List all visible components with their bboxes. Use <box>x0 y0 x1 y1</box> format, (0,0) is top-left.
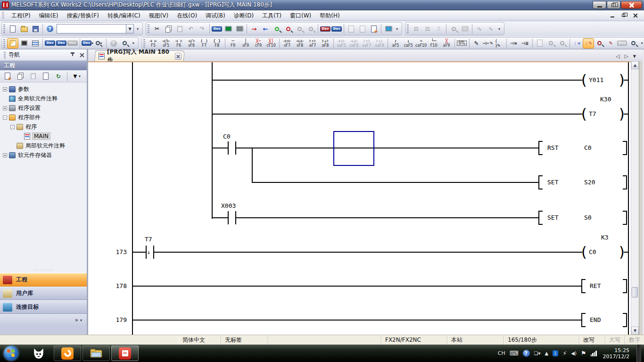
pulse-test-button[interactable]: ⎍ <box>433 23 445 34</box>
system-monitor-button[interactable] <box>383 23 394 34</box>
tree-item-global-comment[interactable]: 全局软元件注释 <box>0 94 87 103</box>
tray-window-icon[interactable]: ❏▾ <box>534 351 541 356</box>
ladder-edit-button[interactable]: ✎ <box>471 38 482 49</box>
zoom-button[interactable] <box>628 38 639 49</box>
delete-vertical-line-button[interactable]: ╳│cF10 <box>265 38 278 49</box>
debug-window-button[interactable] <box>459 23 471 34</box>
menu-convert-compile[interactable]: 转换/编译(C) <box>103 10 145 21</box>
device-table-button[interactable]: Dev <box>56 38 67 49</box>
hidden-icons-arrow[interactable]: ▲ <box>545 351 549 356</box>
menu-find-replace[interactable]: 搜索/替换(F) <box>63 10 103 21</box>
paste-button[interactable] <box>174 23 185 34</box>
sampling-trace2-button[interactable]: ∿ <box>485 23 496 34</box>
menu-view[interactable]: 视图(V) <box>145 10 173 21</box>
debug-find-button[interactable] <box>448 23 459 34</box>
device-edit-red-button[interactable]: ✎ <box>605 38 617 49</box>
contact-edit-button[interactable]: ⊣⊢✎ <box>482 38 494 49</box>
delete-line-button[interactable]: ↷caF10 <box>415 38 428 49</box>
note-jump-button[interactable] <box>357 23 368 34</box>
minimize-button[interactable] <box>593 1 606 9</box>
tree-item-program[interactable]: - 程序 <box>0 122 87 132</box>
mdi-minimize-button[interactable] <box>609 12 617 19</box>
scrollbar-thumb[interactable] <box>632 287 638 297</box>
rising-pulse-branch-button[interactable]: ⊦↑⊦aF7 <box>306 38 319 49</box>
device-register-red-button[interactable]: Dev <box>320 23 331 34</box>
bluetooth-icon[interactable]: ᛒ <box>553 350 558 356</box>
action-center-flag-icon[interactable]: ⚑ <box>581 350 586 356</box>
scrollbar-track[interactable] <box>631 69 639 327</box>
mdi-close-button[interactable] <box>632 12 639 19</box>
device-batch-monitor-button[interactable] <box>234 23 245 34</box>
tree-item-local-comment[interactable]: 局部软元件注释 <box>0 141 87 150</box>
taskbar-uc-browser[interactable] <box>54 346 81 361</box>
toolbar-grip[interactable] <box>3 25 5 33</box>
device-comment-edit-button[interactable]: ⊣≡ <box>508 38 520 49</box>
menu-online[interactable]: 在线(O) <box>173 10 201 21</box>
sampling-trace1-button[interactable]: ∿ <box>474 23 485 34</box>
taskbar-explorer[interactable] <box>83 346 110 361</box>
inline-st-button[interactable]: STL <box>456 38 468 49</box>
pulse-negate-4-button[interactable]: ⊦↓⊦saF8 <box>373 38 386 49</box>
convert-operation-button[interactable]: ↓caF5 <box>402 38 415 49</box>
toolbar-grip[interactable] <box>143 39 145 48</box>
device-find-red-button[interactable] <box>594 38 605 49</box>
scroll-down-icon[interactable]: ▼ <box>631 327 639 335</box>
coil-edit-button[interactable]: ( )✎ <box>494 38 505 49</box>
tab-scroll-left-icon[interactable]: ◁ <box>616 53 619 59</box>
device-register-watch-button[interactable]: Dev <box>331 23 342 34</box>
tree-item-program-setting[interactable]: + 程序设置 <box>0 103 87 113</box>
close-branch-button[interactable]: ⊣/⊦sF6 <box>185 38 198 49</box>
open-branch-button[interactable]: ⊣ ⊦F6 <box>173 38 185 49</box>
invert-operation-button[interactable]: ↑aF5 <box>389 38 402 49</box>
scroll-up-icon[interactable]: ▲ <box>631 61 639 69</box>
application-instruction-button[interactable]: { }F8 <box>211 38 223 49</box>
nav-filter-button[interactable]: ▼▾ <box>70 72 82 81</box>
falling-pulse-button[interactable]: ⊣↓⊢sF8 <box>294 38 306 49</box>
toolbar-grip[interactable] <box>407 25 409 33</box>
device-display-button[interactable]: Dev▾ <box>82 38 93 49</box>
power-icon[interactable]: ⚡ <box>562 350 567 356</box>
redo-button[interactable]: ↷ <box>197 23 208 34</box>
pin-icon[interactable] <box>70 52 75 58</box>
toolbar-grip[interactable] <box>148 25 149 33</box>
coil-button[interactable]: ( )F7 <box>198 38 211 49</box>
monitor-start-button[interactable] <box>271 23 282 34</box>
tree-item-parameter[interactable]: + 参数 <box>0 84 87 94</box>
toolbar-overflow-button[interactable]: ▾ <box>394 27 400 31</box>
statement-display-button[interactable]: ⋮✎ <box>583 38 594 49</box>
pulse-negate-1-button[interactable]: ⊣↑⊢saF5 <box>335 38 348 49</box>
device-comment-button[interactable]: Dev <box>211 23 223 34</box>
edit-cursor-cell[interactable] <box>333 131 374 166</box>
nav-copy-button[interactable] <box>15 72 26 81</box>
pulse-negate-2-button[interactable]: ⊣↓⊢saF6 <box>348 38 361 49</box>
menu-help[interactable]: 帮助(H) <box>315 10 344 21</box>
nav-refresh-button[interactable]: ↻ <box>53 72 64 81</box>
menu-edit[interactable]: 编辑(E) <box>35 10 63 21</box>
toolbar-overflow-button[interactable]: ▾ <box>639 41 644 45</box>
restore-button[interactable] <box>607 1 620 9</box>
ladder-editor-canvas[interactable]: ( Y011 ) K30 ( T7 ) C0 <box>88 61 631 335</box>
navigation-window-toggle[interactable] <box>7 38 18 49</box>
undo-button[interactable]: ↶ <box>185 23 197 34</box>
mdi-restore-button[interactable] <box>620 12 628 19</box>
tab-main-program[interactable]: [PRG]写入 MAIN 180步 <box>94 50 185 61</box>
statement-list-button[interactable] <box>534 38 545 49</box>
horizontal-line-button[interactable]: ─F9 <box>227 38 239 49</box>
monitor-read-button[interactable] <box>305 23 316 34</box>
input-language-indicator[interactable]: CH <box>498 351 505 356</box>
close-contact-button[interactable]: ⊣/⊢sF5 <box>160 38 173 49</box>
tray-help-icon[interactable]: ? <box>523 350 530 357</box>
delete-horizontal-line-button[interactable]: ╳─cF9 <box>252 38 265 49</box>
cut-button[interactable]: ✂ <box>151 23 163 34</box>
device-comment-list-button[interactable]: Dev <box>44 38 56 49</box>
ladder-monitor-button[interactable] <box>223 23 234 34</box>
note-list-button[interactable] <box>545 38 557 49</box>
tab-list-icon[interactable]: ▼ <box>633 54 636 58</box>
open-project-button[interactable] <box>18 23 30 34</box>
note-jump2-button[interactable] <box>557 38 568 49</box>
menu-window[interactable]: 窗口(W) <box>286 10 315 21</box>
tab-close-icon[interactable] <box>175 53 182 60</box>
function-block-button[interactable] <box>18 38 30 49</box>
open-contact-button[interactable]: ⊣ ⊢F5 <box>147 38 160 49</box>
keyboard-icon[interactable]: ⌨ <box>510 350 519 356</box>
